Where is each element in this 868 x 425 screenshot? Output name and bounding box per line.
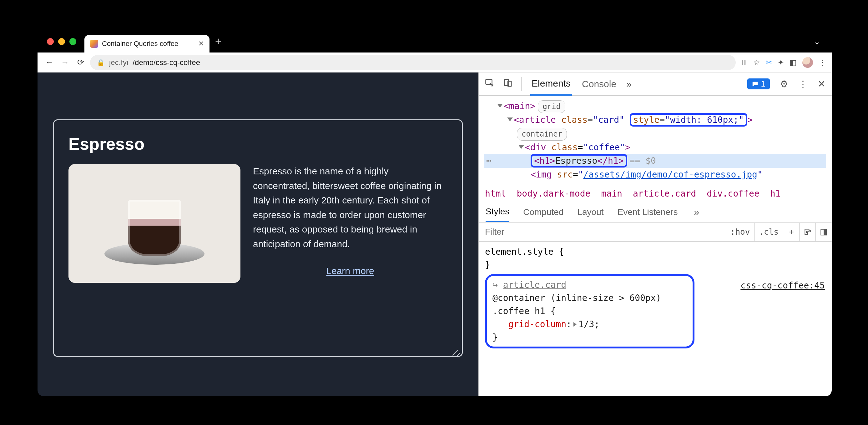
learn-more-link[interactable]: Learn more xyxy=(253,264,447,279)
back-button[interactable]: ← xyxy=(43,56,56,69)
browser-window: Container Queries coffee ✕ + ⌄ ← → ⟳ 🔒 j… xyxy=(37,31,832,396)
subtab-event-listeners[interactable]: Event Listeners xyxy=(618,203,678,222)
crumb[interactable]: h1 xyxy=(770,189,781,199)
subtab-computed[interactable]: Computed xyxy=(523,203,563,222)
subtab-styles[interactable]: Styles xyxy=(486,202,509,222)
selected-node[interactable]: ⋯ <h1>Espresso</h1>== $0 xyxy=(484,154,826,167)
source-link[interactable]: css-cq-coffee:45 xyxy=(740,279,825,292)
card-description: Espresso is the name of a highly concent… xyxy=(253,164,447,251)
svg-rect-0 xyxy=(486,79,492,85)
crumb[interactable]: div.coffee xyxy=(707,189,760,199)
devtools-close-button[interactable]: ✕ xyxy=(818,78,826,89)
container-target-link[interactable]: article.card xyxy=(503,280,566,290)
styles-filter-row: :hov .cls ＋ ◨ xyxy=(479,223,832,241)
url-host: jec.fyi xyxy=(109,58,128,67)
rule-brace: } xyxy=(485,258,826,271)
crumb[interactable]: main xyxy=(601,189,622,199)
browser-toolbar: ← → ⟳ 🔒 jec.fyi/demo/css-cq-coffee ⇧⃞ ☆ … xyxy=(37,53,832,72)
menu-button[interactable]: ⋮ xyxy=(818,58,826,67)
tab-title: Container Queries coffee xyxy=(102,40,178,48)
reload-button[interactable]: ⟳ xyxy=(74,56,87,69)
devtools-toolbar: Elements Console » 1 ⚙ ⋮ ✕ xyxy=(479,72,832,96)
sidepanel-icon[interactable]: ◧ xyxy=(789,58,797,67)
settings-icon[interactable]: ⚙ xyxy=(780,78,788,89)
tab-console[interactable]: Console xyxy=(581,73,618,95)
subtab-layout[interactable]: Layout xyxy=(577,203,603,222)
new-tab-button[interactable]: + xyxy=(215,35,221,48)
bookmark-icon[interactable]: ☆ xyxy=(753,58,760,67)
style-attr-highlight: style="width: 610px;" xyxy=(630,113,747,127)
dom-tree[interactable]: <main>grid <article class="card" style="… xyxy=(479,96,832,185)
devtools-menu-button[interactable]: ⋮ xyxy=(798,78,808,89)
close-window-button[interactable] xyxy=(47,38,54,45)
styles-filter-input[interactable] xyxy=(479,223,726,241)
extensions-icon[interactable]: ✦ xyxy=(778,58,784,67)
issues-count: 1 xyxy=(761,79,766,89)
cls-toggle[interactable]: .cls xyxy=(754,223,783,241)
coffee-image xyxy=(68,164,241,283)
favicon-icon xyxy=(90,40,98,48)
paint-icon[interactable] xyxy=(799,223,815,241)
coffee-card: Espresso Espresso is the name of a highl… xyxy=(53,119,463,357)
issues-badge[interactable]: 1 xyxy=(747,78,770,89)
crumb[interactable]: html xyxy=(485,189,506,199)
crumb[interactable]: article.card xyxy=(633,189,696,199)
ellipsis-icon[interactable]: ⋯ xyxy=(486,154,492,167)
grid-badge[interactable]: grid xyxy=(538,100,565,113)
inspect-icon[interactable] xyxy=(485,78,494,90)
breadcrumb[interactable]: html body.dark-mode main article.card di… xyxy=(479,185,832,202)
expand-shorthand-icon[interactable] xyxy=(574,322,577,327)
device-toggle-icon[interactable] xyxy=(503,78,513,90)
computed-toggle-icon[interactable]: ◨ xyxy=(815,223,832,241)
hov-toggle[interactable]: :hov xyxy=(726,223,754,241)
toolbar-actions: ⇧⃞ ☆ ✂︎ ✦ ◧ ⋮ xyxy=(739,57,826,68)
tab-strip: Container Queries coffee ✕ + ⌄ xyxy=(37,31,832,53)
crumb[interactable]: body.dark-mode xyxy=(517,189,590,199)
address-bar[interactable]: 🔒 jec.fyi/demo/css-cq-coffee xyxy=(90,55,736,70)
styles-pane[interactable]: element.style { } css-cq-coffee:45 ↪ art… xyxy=(479,241,832,352)
devtools-panel: Elements Console » 1 ⚙ ⋮ ✕ <main>grid <a… xyxy=(478,72,832,396)
card-heading: Espresso xyxy=(68,134,447,154)
url-path: /demo/css-cq-coffee xyxy=(132,58,200,67)
content-area: Espresso Espresso is the name of a highl… xyxy=(37,72,832,396)
minimize-window-button[interactable] xyxy=(58,38,65,45)
more-subtabs-button[interactable]: » xyxy=(694,207,700,218)
forward-button[interactable]: → xyxy=(59,56,71,69)
new-rule-button[interactable]: ＋ xyxy=(783,223,799,241)
element-style-rule: element.style { xyxy=(485,245,826,258)
window-controls xyxy=(47,31,85,53)
rendered-page: Espresso Espresso is the name of a highl… xyxy=(37,72,478,396)
container-rule-highlight: ↪ article.card @container (inline-size >… xyxy=(485,274,694,349)
img-src-link[interactable]: /assets/img/demo/cof-espresso.jpg xyxy=(584,169,757,180)
h1-highlight: <h1>Espresso</h1> xyxy=(531,154,627,167)
share-icon[interactable]: ⇧⃞ xyxy=(742,58,748,67)
browser-tab[interactable]: Container Queries coffee ✕ xyxy=(85,35,210,53)
maximize-window-button[interactable] xyxy=(69,38,76,45)
tabs-menu-button[interactable]: ⌄ xyxy=(814,37,832,46)
scissors-icon[interactable]: ✂︎ xyxy=(766,58,772,67)
resize-handle-icon[interactable] xyxy=(452,346,460,354)
tab-elements[interactable]: Elements xyxy=(530,72,572,96)
styles-subtabs: Styles Computed Layout Event Listeners » xyxy=(479,202,832,223)
more-tabs-button[interactable]: » xyxy=(626,79,631,89)
container-badge[interactable]: container xyxy=(517,128,567,141)
profile-avatar[interactable] xyxy=(802,57,813,68)
close-tab-button[interactable]: ✕ xyxy=(198,40,204,48)
lock-icon: 🔒 xyxy=(97,59,105,66)
